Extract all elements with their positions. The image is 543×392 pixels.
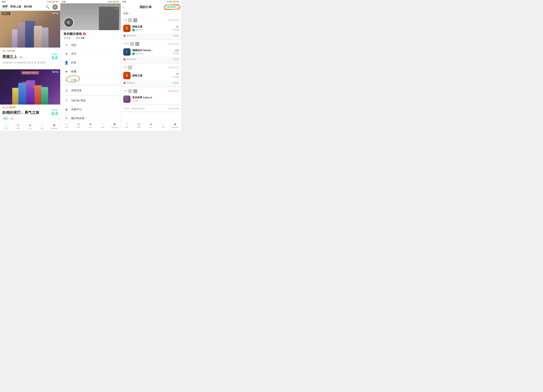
expand-icon[interactable]: ⛶ (114, 5, 118, 10)
game2-rank: 🔥 #23 预约榜 (2, 106, 15, 109)
contact-us-button[interactable]: 联系我们 (165, 5, 179, 9)
order-no-2: 订单号 (123, 42, 140, 46)
user-info: 欧的戴尔道格 2 关注 9 粉丝 206 (60, 30, 120, 41)
nav-messages-1[interactable]: ◌ 消息 (36, 123, 48, 130)
nav-messages-3[interactable]: ◌ 消息 (157, 122, 169, 129)
nav-discover-2[interactable]: ◎ 发现 (72, 122, 85, 129)
nav-feed-label-1: 动态 (28, 127, 32, 130)
user-avatar-nav[interactable]: 欧 (52, 4, 58, 10)
following-menu-icon: ♥ (64, 52, 68, 56)
battery-icon-1: 78% (55, 1, 58, 3)
filter-label: 全部 (123, 12, 128, 15)
menu-item-exchange[interactable]: ◈ 兑换中心 (60, 105, 120, 114)
home-icon-2: ⌂ (65, 122, 67, 126)
user-avatar[interactable]: 欧 (64, 17, 74, 28)
order-info-4: 音乐世界 Cytus II 已完成 (132, 96, 179, 102)
order-group-1: 订单 2020-10-02 3 按钮之谜 ✓ 微信支付 (121, 17, 181, 40)
bottom-nav-3: ⌂ 首页 ◎ 发现 ◈ 动态 ◌ 消息 ◆ 我的游戏 (121, 120, 181, 131)
menu-item-following[interactable]: ♥ 关注 (60, 50, 120, 58)
order-item-3: 3 按钮之谜 ¥1 已完成 (121, 71, 181, 81)
order-header-1: 订单 2020-10-02 (121, 17, 181, 23)
back-button[interactable]: ‹ (123, 5, 124, 9)
fire-icon: 🔥 (2, 50, 5, 52)
profile-header: 欧 ⛶ (60, 3, 120, 30)
order-thumb-3a (128, 66, 132, 69)
menu-item-feed[interactable]: ≡ 动态 (60, 41, 120, 50)
nav-feed-label-3: 动态 (149, 126, 153, 129)
pay-method-1: 微信支付 (136, 29, 144, 32)
bottom-nav-1: ⌂ 首页 ◎ 发现 ◈ 动态 ◌ 消息 ◆ 我的游戏 (0, 121, 60, 131)
pay-method-2: 微信支付 (136, 52, 144, 55)
menu-divider-2 (60, 95, 120, 96)
wechat-pay-2: ✓ 微信支付 (132, 52, 171, 55)
status-bar-3: 8:23 35.4K/s 📶 78% (121, 0, 181, 3)
game1-score: 4.6 (51, 55, 58, 61)
ad-label: AD (10, 118, 14, 120)
yuyue-button[interactable]: 预约 (2, 117, 9, 120)
game1-cn-tag: CN (19, 56, 23, 59)
order-thumb-1b (133, 18, 137, 22)
game-icon-3: 3 (123, 72, 130, 79)
nav-home-3[interactable]: ⌂ 首页 (121, 122, 133, 129)
game2-banner[interactable]: 妖精的尾巴 勇之旅 TapTap (0, 69, 60, 105)
network-speed-1: 2.2K/s (47, 1, 52, 3)
nav-feed-3[interactable]: ◈ 动态 (145, 122, 157, 129)
order-filter[interactable]: 全部 ▼ (121, 11, 181, 17)
game1-more: ··· (0, 66, 60, 69)
nav-feed-1[interactable]: ◈ 动态 (24, 123, 36, 130)
menu-item-merch[interactable]: □ TapTap 周边 (60, 96, 120, 105)
nav-messages-2[interactable]: ◌ 消息 (96, 122, 109, 129)
order-thumb-4b (133, 89, 137, 93)
tab-upcoming[interactable]: 即将上线 (10, 5, 21, 9)
order-group-3: 订单 2020-07-10 3 按钮之谜 ¥1 已完成 🎁 (121, 64, 181, 87)
mygames-icon-2: ◆ (113, 122, 116, 126)
nav-messages-label-3: 消息 (161, 126, 164, 129)
nav-home-2[interactable]: ⌂ 首页 (60, 122, 72, 129)
menu-item-favorites[interactable]: ★ 收藏 (60, 67, 120, 76)
order-info-3: 按钮之谜 (132, 74, 171, 77)
time-2: 8:22 (62, 1, 66, 3)
menu-item-feedback[interactable]: ✎ 建议和反馈 (60, 114, 120, 120)
nav-mygames-label-2: 我的游戏 (111, 126, 118, 129)
tab-recommend[interactable]: 推荐 (2, 5, 8, 9)
nav-discover-3[interactable]: ◎ 发现 (133, 122, 145, 129)
order-group-2: 订单号 2020-10-02 ⚔ 海姆达尔 Heimd... ✓ 微信支付 (121, 40, 181, 64)
nav-discover-1[interactable]: ◎ 发现 (12, 123, 24, 130)
nav-mygames-1[interactable]: ◆ 我的游戏 (48, 123, 60, 130)
order-price-3: ¥1 (173, 73, 179, 75)
nav-messages-label-1: 消息 (40, 127, 44, 130)
menu-item-history[interactable]: ◷ 浏览历史 (60, 86, 120, 95)
game1-title-wrap: 黑潮之上 CN (2, 54, 23, 59)
merch-menu-label: TapTap 周边 (71, 99, 86, 102)
discover-icon-1: ◎ (17, 123, 19, 127)
nav-discover-label-3: 发现 (137, 126, 141, 129)
nav-mygames-3[interactable]: ◆ 我的游戏 (169, 122, 181, 129)
tab-ranking[interactable]: 排行榜 (24, 5, 32, 9)
menu-item-friends[interactable]: 👤 好友 (60, 58, 120, 67)
mygames-icon-3: ◆ (174, 122, 176, 126)
gift-icon-1: 🎁 (123, 35, 126, 37)
order-no-4: 订单 (123, 89, 138, 93)
status-icons-3: 35.4K/s 📶 78% (167, 1, 179, 3)
search-icon[interactable]: 🔍 (45, 5, 50, 9)
battery-icon-2: 78% (116, 1, 119, 3)
nav-home-1[interactable]: ⌂ 首页 (0, 123, 12, 130)
discover-icon-3: ◎ (137, 122, 140, 126)
bottom-nav-2: ⌂ 首页 ◎ 发现 ◈ 动态 ◌ 消息 ◆ 我的游戏 (60, 120, 120, 131)
game1-banner[interactable]: 黑潮之上 TapTap (0, 11, 60, 48)
nav-discover-label-2: 发现 (77, 126, 80, 129)
game2-score-wrap: TapTap 8.8 (51, 109, 58, 116)
order-info-2: 海姆达尔 Heimd... ✓ 微信支付 (132, 49, 171, 55)
favorites-menu-icon: ★ (64, 69, 68, 73)
nav-mygames-2[interactable]: ◆ 我的游戏 (109, 122, 121, 129)
gift-status-1: 已领取 (173, 34, 179, 37)
more-dots-icon[interactable]: ··· (55, 66, 58, 69)
signal-icon-2: 📶 (113, 1, 115, 3)
friends-menu-label: 好友 (71, 61, 76, 65)
menu-item-orders[interactable]: ≡ 订单 (60, 76, 120, 85)
contact-us-wrap: 联系我们 (165, 6, 179, 9)
nav-feed-2[interactable]: ◈ 动态 (85, 122, 96, 129)
nav-tabs: 推荐 即将上线 排行榜 🔍 欧 (0, 3, 60, 11)
followers-count: 206 (81, 37, 85, 39)
gift-row-1: 🎁 赠送给好友 已领取 (121, 33, 181, 39)
